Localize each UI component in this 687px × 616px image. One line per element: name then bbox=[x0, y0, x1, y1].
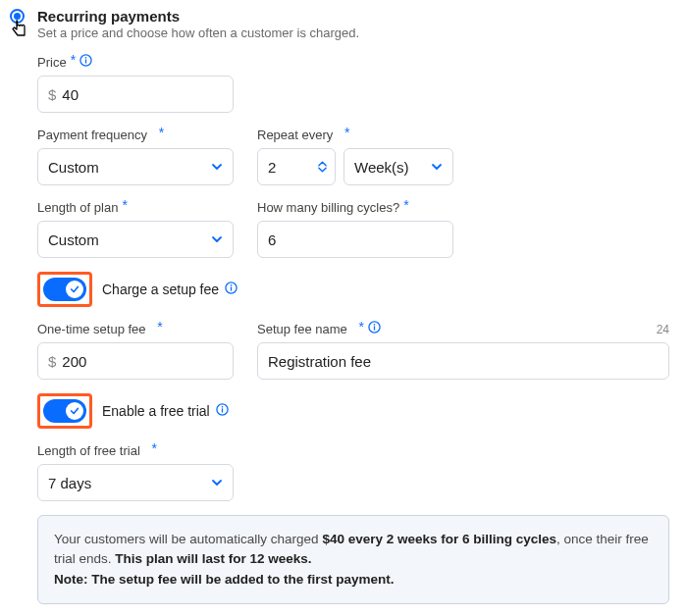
free-trial-toggle[interactable] bbox=[43, 399, 86, 423]
free-trial-length-select[interactable]: 7 days bbox=[37, 464, 234, 501]
section-title: Recurring payments bbox=[37, 8, 359, 25]
setup-fee-toggle-label: Charge a setup fee bbox=[102, 282, 238, 297]
stepper-icon[interactable] bbox=[318, 160, 327, 174]
billing-cycles-label: How many billing cycles?* bbox=[257, 199, 453, 215]
section-subtitle: Set a price and choose how often a custo… bbox=[37, 26, 359, 40]
info-icon[interactable] bbox=[79, 54, 92, 70]
chevron-down-icon bbox=[431, 159, 443, 176]
free-trial-toggle-label: Enable a free trial bbox=[102, 403, 229, 419]
frequency-value: Custom bbox=[48, 159, 99, 176]
setup-fee-input[interactable]: $ 200 bbox=[37, 342, 234, 380]
info-icon[interactable] bbox=[225, 282, 238, 297]
chevron-down-icon bbox=[211, 475, 223, 491]
svg-point-4 bbox=[231, 284, 233, 286]
chevron-down-icon bbox=[211, 159, 223, 176]
summary-pre: Your customers will be automatically cha… bbox=[54, 532, 322, 546]
check-icon bbox=[70, 284, 79, 294]
price-input[interactable]: $ 40 bbox=[37, 76, 234, 113]
svg-rect-2 bbox=[85, 59, 86, 63]
char-counter: 24 bbox=[657, 323, 669, 336]
setup-fee-toggle[interactable] bbox=[43, 278, 86, 301]
svg-point-10 bbox=[221, 406, 223, 408]
chevron-down-icon bbox=[211, 231, 223, 248]
setup-fee-label: One-time setup fee * bbox=[37, 321, 234, 336]
repeat-unit-select[interactable]: Week(s) bbox=[344, 148, 453, 185]
frequency-select[interactable]: Custom bbox=[37, 148, 234, 185]
currency-symbol: $ bbox=[48, 86, 56, 103]
svg-point-1 bbox=[85, 57, 87, 59]
setup-fee-name-value: Registration fee bbox=[268, 353, 371, 370]
price-value: 40 bbox=[62, 86, 79, 103]
summary-plan: This plan will last for 12 weeks. bbox=[115, 551, 311, 566]
highlight-box bbox=[37, 393, 92, 429]
repeat-count-value: 2 bbox=[268, 159, 276, 176]
free-trial-length-label: Length of free trial * bbox=[37, 442, 234, 458]
svg-rect-5 bbox=[231, 286, 232, 290]
setup-fee-name-input[interactable]: Registration fee bbox=[257, 342, 669, 380]
info-icon[interactable] bbox=[216, 403, 229, 419]
summary-banner: Your customers will be automatically cha… bbox=[37, 515, 669, 604]
currency-symbol: $ bbox=[48, 353, 56, 370]
svg-rect-11 bbox=[222, 408, 223, 412]
free-trial-length-value: 7 days bbox=[48, 475, 91, 491]
hand-pointer-icon bbox=[8, 18, 31, 45]
info-icon[interactable] bbox=[368, 321, 381, 336]
summary-terms: $40 every 2 weeks for 6 billing cycles bbox=[322, 532, 556, 546]
highlight-box bbox=[37, 272, 92, 307]
section-header: Recurring payments Set a price and choos… bbox=[8, 8, 669, 40]
svg-point-7 bbox=[374, 324, 376, 326]
length-plan-label: Length of plan* bbox=[37, 199, 234, 215]
billing-cycles-value: 6 bbox=[268, 231, 276, 248]
repeat-count-input[interactable]: 2 bbox=[257, 148, 336, 185]
setup-fee-name-label: Setup fee name * bbox=[257, 321, 669, 336]
svg-rect-8 bbox=[374, 326, 375, 330]
summary-note: Note: The setup fee will be added to the… bbox=[54, 572, 395, 587]
repeat-label: Repeat every * bbox=[257, 127, 453, 142]
frequency-label: Payment frequency * bbox=[37, 127, 234, 142]
length-plan-value: Custom bbox=[48, 231, 99, 248]
billing-cycles-input[interactable]: 6 bbox=[257, 221, 453, 258]
setup-fee-value: 200 bbox=[62, 353, 86, 370]
check-icon bbox=[70, 406, 79, 416]
repeat-unit-value: Week(s) bbox=[354, 159, 409, 176]
length-plan-select[interactable]: Custom bbox=[37, 221, 234, 258]
price-label: Price* bbox=[37, 54, 234, 70]
